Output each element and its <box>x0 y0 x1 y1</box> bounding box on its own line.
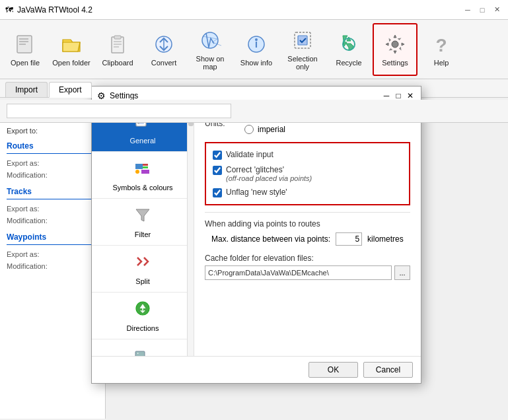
dialog-overlay: ⚙ Settings ─ □ ✕ <box>0 0 508 420</box>
search-input[interactable] <box>7 104 231 118</box>
directions-icon <box>133 299 152 322</box>
sidebar-item-symbols[interactable]: Symbols & colours <box>92 152 194 199</box>
svg-rect-27 <box>141 170 149 174</box>
imperial-radio[interactable] <box>244 125 254 134</box>
svg-rect-23 <box>135 164 143 169</box>
sidebar-item-filter[interactable]: Filter <box>92 199 194 246</box>
sidebar-symbols-label: Symbols & colours <box>112 184 172 192</box>
symbols-icon <box>133 158 152 181</box>
correct-glitches-checkbox[interactable] <box>213 166 222 175</box>
cache-section: Cache folder for elevation files: ... <box>205 254 410 280</box>
via-distance-row: Max. distance between via points: kilome… <box>211 232 410 246</box>
via-distance-unit: kilometres <box>367 234 404 244</box>
validate-input-checkbox[interactable] <box>213 151 222 160</box>
tab-export[interactable]: Export <box>49 82 92 98</box>
sidebar-general-label: General <box>129 137 155 145</box>
correct-glitches-sub: (off-road placed via points) <box>226 174 312 182</box>
unflag-new-style-checkbox[interactable] <box>213 188 222 197</box>
sidebar-directions-label: Directions <box>127 324 159 332</box>
unflag-new-style-label: Unflag 'new style' <box>226 188 287 197</box>
split-icon <box>133 252 152 275</box>
svg-point-26 <box>135 170 139 174</box>
cache-path-input[interactable] <box>205 265 392 280</box>
section-divider-1 <box>205 212 410 213</box>
imperial-radio-item[interactable]: imperial <box>244 125 285 134</box>
dialog-title: Settings <box>110 91 138 100</box>
dialog-sidebar: General Symbols & colours <box>92 105 194 356</box>
validation-section: Validate input Correct 'glitches' (off-r… <box>205 142 410 205</box>
filter-icon <box>133 205 152 228</box>
validate-input-item[interactable]: Validate input <box>213 150 402 160</box>
dialog-footer: OK Cancel <box>92 356 421 383</box>
sidebar-scrollbar[interactable] <box>187 105 194 356</box>
via-points-heading: When adding via points to routes <box>205 219 410 228</box>
correct-glitches-label: Correct 'glitches' <box>226 165 312 174</box>
browse-button[interactable]: ... <box>394 265 410 280</box>
svg-rect-29 <box>135 351 145 356</box>
validate-input-label: Validate input <box>226 150 273 159</box>
sidebar-split-label: Split <box>135 277 149 285</box>
dialog-body: General Symbols & colours <box>92 105 421 356</box>
via-max-label: Max. distance between via points: <box>211 234 330 244</box>
sidebar-filter-label: Filter <box>135 230 151 238</box>
dialog-content: Units: metric imperial <box>194 105 421 356</box>
unflag-new-style-item[interactable]: Unflag 'new style' <box>213 188 402 197</box>
via-points-section: When adding via points to routes Max. di… <box>205 219 410 246</box>
sidebar-item-more[interactable] <box>92 339 194 356</box>
svg-rect-24 <box>143 164 148 166</box>
imperial-label: imperial <box>258 125 285 134</box>
sidebar-item-split[interactable]: Split <box>92 246 194 293</box>
cancel-button[interactable]: Cancel <box>363 362 413 378</box>
svg-rect-25 <box>143 166 148 168</box>
sidebar-item-directions[interactable]: Directions <box>92 293 194 339</box>
more-icon <box>133 346 152 356</box>
cache-label: Cache folder for elevation files: <box>205 254 410 263</box>
ok-button[interactable]: OK <box>308 362 358 378</box>
cache-path-row: ... <box>205 265 410 280</box>
settings-dialog: ⚙ Settings ─ □ ✕ <box>91 86 421 384</box>
via-distance-input[interactable] <box>336 232 362 246</box>
correct-glitches-item[interactable]: Correct 'glitches' (off-road placed via … <box>213 165 402 182</box>
